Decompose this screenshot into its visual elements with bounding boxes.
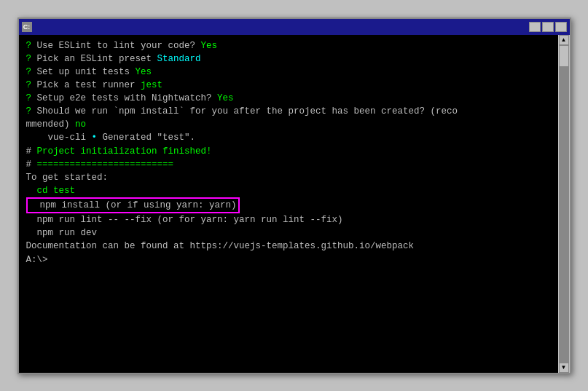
- close-button[interactable]: [555, 22, 567, 32]
- scroll-thumb[interactable]: [559, 45, 569, 67]
- terminal-line: A:\>: [26, 253, 562, 266]
- terminal-line: # =========================: [26, 158, 562, 171]
- terminal-line: ? Pick an ESLint preset Standard: [26, 52, 562, 66]
- title-bar: C:: [19, 19, 570, 35]
- scroll-down-arrow[interactable]: ▼: [559, 363, 569, 373]
- terminal-line: ? Set up unit tests Yes: [26, 66, 562, 79]
- terminal-line: ? Use ESLint to lint your code? Yes: [26, 39, 562, 52]
- terminal-line: ? Should we run `npm install` for you af…: [26, 105, 562, 118]
- title-bar-buttons: [529, 22, 567, 32]
- terminal-line: Documentation can be found at https://vu…: [26, 240, 562, 253]
- scroll-track[interactable]: [559, 45, 569, 363]
- maximize-button[interactable]: [542, 22, 554, 32]
- terminal-line: To get started:: [26, 171, 562, 184]
- terminal-line: cd test: [26, 184, 562, 197]
- terminal-line: ? Pick a test runner jest: [26, 79, 562, 92]
- cmd-icon: C:: [22, 22, 32, 32]
- terminal-content: ? Use ESLint to lint your code? Yes? Pic…: [19, 35, 570, 373]
- terminal-line: vue-cli • Generated "test".: [26, 131, 562, 144]
- terminal-line: npm install (or if using yarn: yarn): [26, 197, 562, 213]
- terminal-line: ? Setup e2e tests with Nightwatch? Yes: [26, 92, 562, 105]
- terminal-line: npm run dev: [26, 226, 562, 240]
- title-bar-left: C:: [22, 22, 35, 32]
- cmd-window: C: ? Use ESLint to lint your code? Yes? …: [17, 17, 571, 374]
- terminal-line: # Project initialization finished!: [26, 145, 562, 158]
- terminal-line: npm run lint -- --fix (or for yarn: yarn…: [26, 213, 562, 226]
- scroll-up-arrow[interactable]: ▲: [559, 35, 569, 45]
- scrollbar[interactable]: ▲ ▼: [558, 35, 570, 373]
- minimize-button[interactable]: [529, 22, 541, 32]
- terminal-line: mmended) no: [26, 118, 562, 131]
